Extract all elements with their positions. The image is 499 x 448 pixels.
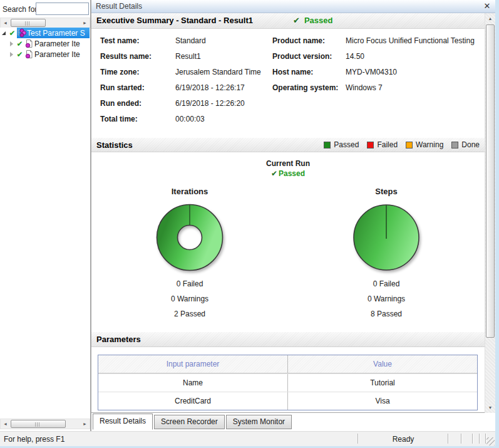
tree-item-iteration-2[interactable]: ✔ Parameter Ite	[0, 49, 90, 60]
status-bar: For help, press F1 Ready	[0, 431, 495, 446]
legend-warning-label: Warning	[416, 140, 443, 149]
field-label: Test name:	[100, 36, 139, 45]
scroll-left-icon[interactable]: ◄	[1, 419, 10, 429]
iterations-warnings-count: 0 Warnings	[91, 291, 288, 306]
scroll-up-icon[interactable]: ▲	[485, 13, 495, 24]
check-icon: ✔	[271, 169, 277, 178]
check-icon: ✔	[293, 16, 300, 25]
steps-warnings-count: 0 Warnings	[288, 291, 485, 306]
field-value: 00:00:03	[175, 115, 205, 123]
scrollbar-thumb[interactable]	[11, 19, 46, 27]
tab-system-monitor[interactable]: System Monitor	[226, 415, 292, 429]
statistics-header: Statistics Passed Failed Warning Done	[91, 138, 485, 152]
run-results-viewer-window: Search for: ◄ ► ✔ Test Parameter S	[0, 0, 499, 448]
summary-row: Run started: 6/19/2018 - 12:26:17 Operat…	[91, 81, 485, 96]
field-value: 14.50	[346, 52, 364, 61]
tree-item-label: Parameter Ite	[34, 50, 80, 59]
search-input[interactable]	[36, 3, 89, 15]
current-run-label: Current Run	[91, 159, 485, 168]
steps-chart-title: Steps	[288, 187, 485, 199]
search-label: Search for:	[3, 5, 39, 14]
results-tree-panel: Search for: ◄ ► ✔ Test Parameter S	[0, 0, 91, 431]
field-label: Product name:	[272, 36, 325, 45]
iteration-node-icon	[24, 49, 34, 59]
summary-row: Total time: 00:00:03	[91, 112, 485, 128]
field-value: Micro Focus Unified Functional Testing	[346, 36, 475, 45]
pane-titlebar: Result Details ✕	[91, 0, 495, 13]
scrollable-report: Executive Summary - Standard - Result1 ✔…	[91, 13, 485, 412]
legend-done-label: Done	[461, 140, 480, 149]
iteration-node-icon	[24, 39, 34, 48]
summary-row: Run ended: 6/19/2018 - 12:26:20	[91, 96, 485, 112]
test-node-icon	[17, 28, 26, 38]
report-vertical-scrollbar[interactable]: ▲ ▼	[485, 13, 495, 413]
tab-screen-recorder[interactable]: Screen Recorder	[154, 415, 225, 429]
statistics-charts: Iterations	[91, 187, 485, 321]
steps-passed-count: 8 Passed	[288, 306, 485, 321]
field-value: Windows 7	[346, 83, 383, 92]
iterations-donut-chart	[155, 202, 225, 273]
param-name-cell: Name	[98, 374, 287, 392]
scrollbar-thumb[interactable]	[486, 24, 495, 338]
legend-failed-label: Failed	[377, 140, 398, 149]
scroll-left-icon[interactable]: ◄	[1, 18, 10, 28]
statusbar-separator	[461, 434, 462, 444]
executive-summary-header: Executive Summary - Standard - Result1 ✔…	[91, 13, 485, 29]
scroll-down-icon[interactable]: ▼	[485, 402, 495, 413]
tab-result-details[interactable]: Result Details	[93, 414, 153, 430]
window-border-right	[495, 0, 499, 448]
pane-tabs: Result Details Screen Recorder System Mo…	[93, 414, 293, 430]
resize-grip[interactable]	[486, 437, 495, 445]
legend-passed-label: Passed	[334, 140, 359, 149]
table-row: Name Tutorial	[98, 373, 477, 392]
statusbar-separator	[448, 434, 449, 444]
tree-item-label: Test Parameter S	[27, 29, 85, 38]
tree-item-test[interactable]: ✔ Test Parameter S	[0, 28, 90, 38]
summary-row: Time zone: Jerusalem Standard Time Host …	[91, 65, 485, 81]
column-header-value: Value	[287, 355, 477, 373]
parameters-header: Parameters	[91, 332, 485, 347]
summary-row: Results name: Result1 Product version: 1…	[91, 49, 485, 65]
summary-fields: Test name: Standard Product name: Micro …	[91, 34, 485, 132]
field-value: Jerusalem Standard Time	[175, 68, 261, 76]
scrollbar-thumb[interactable]	[11, 420, 66, 428]
close-icon[interactable]: ✕	[482, 1, 492, 11]
tree-horizontal-scrollbar-bottom[interactable]: ◄ ►	[0, 419, 90, 429]
help-hint-text: For help, press F1	[4, 435, 64, 444]
tree-item-selection[interactable]: Parameter Ite	[24, 49, 90, 60]
scroll-right-icon[interactable]: ►	[80, 18, 90, 28]
tree-item-selection[interactable]: Test Parameter S	[17, 28, 90, 38]
executive-summary-title: Executive Summary - Standard - Result1	[91, 13, 485, 25]
status-legend: Passed Failed Warning Done	[324, 140, 480, 149]
tree-item-iteration-1[interactable]: ✔ Parameter Ite	[0, 38, 90, 49]
iterations-passed-count: 2 Passed	[91, 306, 288, 321]
field-label: Total time:	[100, 115, 138, 123]
results-tree: ✔ Test Parameter S ✔	[0, 28, 90, 417]
field-value: 6/19/2018 - 12:26:20	[175, 99, 245, 108]
tree-item-label: Parameter Ite	[34, 39, 80, 48]
field-value: Result1	[175, 52, 201, 61]
pane-content: Executive Summary - Standard - Result1 ✔…	[91, 13, 495, 413]
legend-failed-swatch	[367, 142, 374, 148]
parameters-table-header-row: Input parameter Value	[98, 355, 477, 373]
statusbar-separator	[358, 434, 359, 444]
tree-item-selection[interactable]: Parameter Ite	[24, 38, 90, 49]
field-label: Operating system:	[272, 83, 338, 92]
scroll-right-icon[interactable]: ►	[80, 419, 90, 429]
expand-collapse-icon[interactable]	[0, 31, 8, 35]
field-value: 6/19/2018 - 12:26:17	[175, 83, 245, 92]
parameters-table: Input parameter Value Name Tutorial Cred…	[98, 355, 478, 410]
result-details-pane: Result Details ✕ Executive Summary - Sta…	[91, 0, 495, 431]
summary-status-badge: ✔Passed	[293, 16, 332, 25]
param-name-cell: CreditCard	[98, 392, 287, 410]
tree-horizontal-scrollbar-top[interactable]: ◄ ►	[0, 18, 90, 28]
parameters-title: Parameters	[91, 332, 485, 344]
field-label: Run ended:	[100, 99, 141, 108]
expand-collapse-icon[interactable]	[8, 52, 15, 57]
param-value-cell: Tutorial	[287, 374, 477, 392]
expand-collapse-icon[interactable]	[8, 41, 15, 46]
field-value: MYD-VM04310	[346, 68, 397, 76]
param-value-cell: Visa	[287, 392, 477, 410]
steps-failed-count: 0 Failed	[288, 276, 485, 291]
legend-passed-swatch	[324, 142, 331, 148]
